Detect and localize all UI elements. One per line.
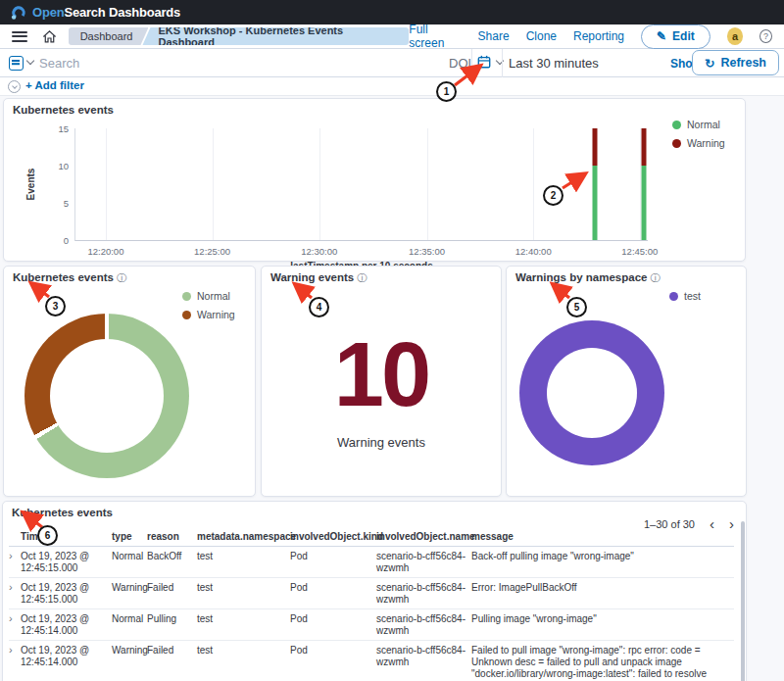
events-donut-chart bbox=[24, 314, 189, 478]
query-bar: Search DQL Last 30 minutes Show dates ↻R… bbox=[0, 49, 784, 77]
table-scrollbar[interactable] bbox=[741, 521, 745, 681]
namespace-legend: test bbox=[669, 290, 701, 302]
column-header-name[interactable]: involvedObject.name bbox=[376, 531, 471, 542]
legend-dot bbox=[672, 139, 681, 148]
share-link[interactable]: Share bbox=[478, 29, 510, 43]
panel-warnings-by-namespace: Warnings by namespaceⓘ test bbox=[506, 266, 747, 497]
table-header-row: Time▼ type reason metadata.namespace inv… bbox=[9, 531, 734, 547]
chevron-down-icon[interactable] bbox=[26, 57, 34, 65]
gridline bbox=[533, 128, 534, 240]
pencil-icon: ✎ bbox=[657, 29, 666, 43]
y-tick: 10 bbox=[58, 160, 69, 170]
donut-hole bbox=[50, 339, 164, 453]
reporting-link[interactable]: Reporting bbox=[573, 29, 624, 43]
nav-bar: Dashboard EKS Workshop - Kubernetes Even… bbox=[0, 24, 784, 49]
legend-item-warning[interactable]: Warning bbox=[672, 137, 725, 149]
add-filter-button[interactable]: + Add filter bbox=[25, 79, 84, 91]
time-range-value[interactable]: Last 30 minutes bbox=[509, 56, 599, 71]
row-expand-icon[interactable]: › bbox=[9, 582, 21, 606]
panel-title[interactable]: Kubernetes events bbox=[13, 104, 114, 116]
x-tick: 12:40:00 bbox=[515, 246, 552, 257]
column-header-time[interactable]: Time▼ bbox=[21, 531, 112, 542]
x-tick: 12:35:00 bbox=[409, 246, 445, 257]
page-next-icon[interactable]: › bbox=[729, 516, 734, 531]
column-header-kind[interactable]: involvedObject.kind bbox=[290, 531, 376, 542]
gridline bbox=[213, 128, 214, 240]
y-tick: 0 bbox=[64, 235, 69, 246]
stacked-bar bbox=[593, 128, 598, 240]
legend-item-warning[interactable]: Warning bbox=[182, 309, 235, 320]
filter-menu-icon[interactable] bbox=[8, 80, 21, 93]
metric-value: 10 bbox=[262, 329, 501, 419]
annotation-circle-5: 5 bbox=[566, 297, 587, 317]
page-prev-icon[interactable]: ‹ bbox=[710, 516, 714, 531]
pie-legend: Normal Warning bbox=[182, 290, 235, 320]
app-title: OpenSearch Dashboards bbox=[32, 5, 180, 20]
table-row: › Oct 19, 2023 @ 12:45:14.000 Warning Fa… bbox=[9, 641, 734, 681]
stacked-bar bbox=[641, 128, 646, 240]
avatar[interactable]: a bbox=[727, 27, 743, 45]
annotation-circle-4: 4 bbox=[309, 297, 329, 317]
donut-hole bbox=[547, 348, 637, 438]
separator bbox=[502, 49, 503, 77]
annotation-circle-2: 2 bbox=[543, 185, 564, 206]
panel-kubernetes-events-table: Kubernetes events 1–30 of 30 ‹ › Time▼ t… bbox=[2, 501, 747, 681]
annotation-circle-1: 1 bbox=[436, 81, 457, 102]
namespace-donut-chart bbox=[519, 320, 664, 465]
help-icon[interactable]: ? bbox=[760, 29, 772, 43]
saved-query-icon[interactable] bbox=[9, 56, 24, 71]
full-screen-link[interactable]: Full screen bbox=[409, 23, 461, 50]
x-tick: 12:45:00 bbox=[621, 246, 658, 257]
pagination: 1–30 of 30 ‹ › bbox=[644, 516, 734, 531]
legend-item-test[interactable]: test bbox=[669, 290, 701, 302]
info-icon[interactable]: ⓘ bbox=[117, 272, 126, 283]
date-picker-button[interactable] bbox=[477, 55, 503, 69]
legend-item-normal[interactable]: Normal bbox=[182, 290, 235, 302]
legend-item-normal[interactable]: Normal bbox=[672, 119, 725, 130]
edit-button[interactable]: ✎Edit bbox=[641, 24, 710, 49]
x-tick: 12:20:00 bbox=[87, 246, 123, 257]
app-header: OpenSearch Dashboards bbox=[0, 0, 784, 24]
opensearch-logo bbox=[11, 5, 26, 21]
histogram-plot: 15 10 5 0 12:20:00 12:25:00 12:30:00 12:… bbox=[74, 128, 648, 241]
histogram-legend: Normal Warning bbox=[672, 119, 725, 149]
panel-warning-events-metric: Warning eventsⓘ 10 Warning events bbox=[261, 266, 502, 497]
events-table: Time▼ type reason metadata.namespace inv… bbox=[9, 531, 734, 681]
table-row: › Oct 19, 2023 @ 12:45:15.000 Normal Bac… bbox=[9, 547, 734, 578]
gridline bbox=[319, 128, 320, 240]
column-header-message[interactable]: message bbox=[471, 531, 734, 542]
info-icon[interactable]: ⓘ bbox=[357, 272, 367, 283]
search-input[interactable]: Search bbox=[39, 56, 79, 71]
y-tick: 15 bbox=[58, 123, 69, 134]
legend-dot bbox=[672, 121, 681, 129]
legend-dot bbox=[182, 311, 191, 319]
panel-title[interactable]: Kubernetes eventsⓘ bbox=[13, 271, 126, 285]
menu-icon[interactable] bbox=[12, 31, 27, 42]
clone-link[interactable]: Clone bbox=[526, 29, 557, 43]
gridline bbox=[427, 128, 428, 240]
panel-title[interactable]: Warning eventsⓘ bbox=[270, 271, 367, 285]
breadcrumb-dashboard[interactable]: Dashboard bbox=[69, 27, 149, 45]
refresh-button[interactable]: ↻Refresh bbox=[692, 50, 779, 75]
column-header-reason[interactable]: reason bbox=[147, 531, 197, 542]
x-tick: 12:25:00 bbox=[194, 246, 230, 257]
row-expand-icon[interactable]: › bbox=[9, 613, 21, 637]
legend-dot bbox=[182, 292, 191, 301]
panel-title[interactable]: Warnings by namespaceⓘ bbox=[515, 271, 660, 285]
column-header-type[interactable]: type bbox=[112, 531, 147, 542]
separator bbox=[471, 49, 472, 77]
panel-title[interactable]: Kubernetes events bbox=[12, 507, 113, 518]
x-tick: 12:30:00 bbox=[301, 246, 337, 257]
table-row: › Oct 19, 2023 @ 12:45:14.000 Normal Pul… bbox=[9, 609, 734, 641]
breadcrumb-current-dashboard[interactable]: EKS Workshop - Kubernetes Events Dashboa… bbox=[142, 27, 409, 45]
info-icon[interactable]: ⓘ bbox=[650, 272, 660, 283]
column-header-namespace[interactable]: metadata.namespace bbox=[197, 531, 290, 542]
calendar-icon[interactable] bbox=[477, 55, 491, 69]
panel-kubernetes-events-histogram: Kubernetes events 15 10 5 0 12:20:00 12:… bbox=[3, 98, 746, 262]
metric-label: Warning events bbox=[262, 435, 501, 450]
refresh-icon: ↻ bbox=[705, 56, 714, 71]
home-icon[interactable] bbox=[42, 29, 57, 44]
annotation-circle-6: 6 bbox=[37, 525, 58, 546]
row-expand-icon[interactable]: › bbox=[9, 551, 21, 574]
row-expand-icon[interactable]: › bbox=[9, 645, 21, 681]
